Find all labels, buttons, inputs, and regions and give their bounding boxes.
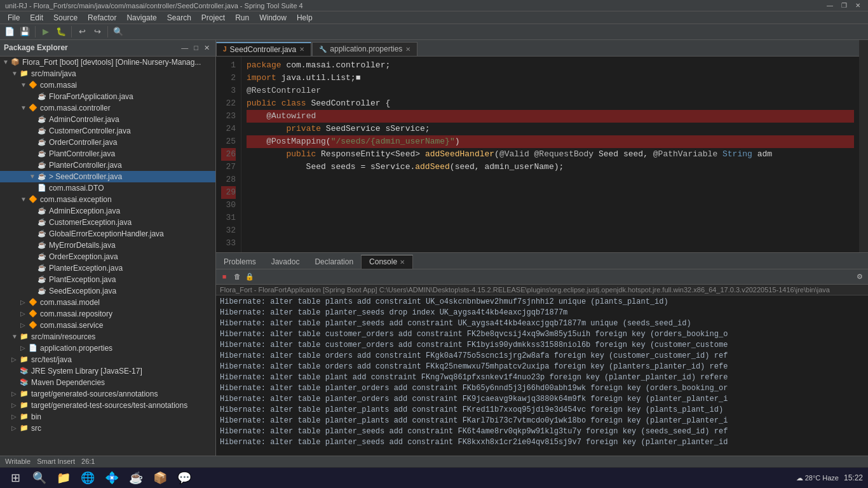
tree-arrow[interactable]: ▷ — [20, 322, 28, 329]
console-settings-btn[interactable]: ⚙ — [854, 271, 865, 282]
tree-item[interactable]: ▷📄application.properties — [0, 342, 215, 354]
tree-item[interactable]: ▷📁target/generated-test-sources/test-ann… — [0, 400, 215, 411]
tree-arrow[interactable]: ▼ — [11, 333, 19, 340]
tree-item[interactable]: ▼🔶com.masai.controller — [0, 102, 215, 114]
console-clear-btn[interactable]: 🗑 — [231, 271, 243, 282]
bottom-tab-javadoc[interactable]: Javadoc — [264, 255, 308, 269]
menu-item-project[interactable]: Project — [196, 12, 230, 24]
menu-item-search[interactable]: Search — [162, 12, 196, 24]
line-number: 1 — [221, 59, 236, 72]
editor-tab-application-properties[interactable]: 🔧application.properties✕ — [312, 42, 417, 56]
vscode-taskbar-button[interactable]: 💠 — [102, 468, 122, 488]
editor-scrollbar[interactable] — [859, 40, 868, 252]
start-button[interactable]: ⊞ — [5, 468, 25, 488]
tree-item-label: com.masai.service — [40, 321, 103, 330]
tree-item[interactable]: 📚JRE System Library [JavaSE-17] — [0, 365, 215, 377]
toolbar-debug[interactable]: 🐛 — [54, 25, 68, 39]
tree-item[interactable]: ▷🔶com.masai.service — [0, 320, 215, 331]
menu-item-refactor[interactable]: Refactor — [83, 12, 121, 24]
menu-item-run[interactable]: Run — [230, 12, 254, 24]
tree-item[interactable]: ▷📁bin — [0, 411, 215, 423]
tree-item[interactable]: ▷📁src — [0, 423, 215, 434]
line-number: 31 — [221, 212, 236, 224]
toolbar-redo[interactable]: ↪ — [90, 25, 104, 39]
tree-item[interactable]: ▷🔶com.masai.repository — [0, 308, 215, 320]
tree-item[interactable]: ▼☕> SeedController.java — [0, 171, 215, 182]
tree-arrow[interactable]: ▷ — [20, 344, 28, 351]
menu-item-navigate[interactable]: Navigate — [121, 12, 161, 24]
code-content[interactable]: package com.masai.controller;import java… — [241, 57, 859, 252]
menu-item-source[interactable]: Source — [48, 12, 83, 24]
tree-item[interactable]: ▼📁src/main/java — [0, 68, 215, 79]
tree-item[interactable]: ☕MyErrorDetails.java — [0, 240, 215, 251]
tree-item[interactable]: ▼🔶com.masai.exception — [0, 194, 215, 205]
tree-arrow[interactable]: ▷ — [11, 424, 19, 431]
tree-arrow[interactable]: ▼ — [3, 58, 10, 65]
tree-item[interactable]: ☕CustomerException.java — [0, 217, 215, 228]
tree-item[interactable]: 📄com.masai.DTO — [0, 182, 215, 194]
panel-minimize-btn[interactable]: — — [179, 43, 190, 53]
tree-arrow[interactable]: ▷ — [20, 310, 28, 317]
menu-item-help[interactable]: Help — [292, 12, 318, 24]
tree-item[interactable]: ☕PlanterController.java — [0, 159, 215, 171]
git-taskbar-button[interactable]: 📦 — [150, 468, 170, 488]
toolbar-new[interactable]: 📄 — [3, 25, 17, 39]
tree-item[interactable]: ☕PlantController.java — [0, 148, 215, 159]
panel-close-btn[interactable]: ✕ — [202, 43, 212, 53]
tree-item[interactable]: ▼🔶com.masai — [0, 79, 215, 91]
tree-item[interactable]: 📚Maven Dependencies — [0, 377, 215, 388]
menu-item-file[interactable]: File — [3, 12, 25, 24]
close-button[interactable]: ✕ — [853, 1, 863, 11]
tree-arrow[interactable]: ▼ — [11, 70, 19, 77]
tree-item[interactable]: ☕CustomerController.java — [0, 125, 215, 137]
file-explorer-taskbar-button[interactable]: 📁 — [53, 468, 74, 488]
maximize-button[interactable]: ❐ — [839, 1, 849, 11]
console-terminate-btn[interactable]: ■ — [219, 271, 230, 282]
browser-taskbar-button[interactable]: 🌐 — [78, 468, 98, 488]
bottom-tab-close-btn[interactable]: ✕ — [400, 259, 405, 266]
console-scroll-lock-btn[interactable]: 🔒 — [244, 271, 255, 282]
tree-arrow[interactable]: ▷ — [20, 299, 28, 306]
tree-item-label: target/generated-test-sources/test-annot… — [31, 401, 187, 410]
tree-arrow[interactable]: ▼ — [20, 81, 28, 88]
toolbar-run[interactable]: ▶ — [39, 25, 53, 39]
tree-item[interactable]: ☕SeedException.java — [0, 285, 215, 297]
tree-item[interactable]: ☕GlobalErrorExceptionHandler.java — [0, 228, 215, 240]
toolbar-search[interactable]: 🔍 — [111, 25, 125, 39]
tree-item[interactable]: ☕AdminException.java — [0, 205, 215, 217]
bottom-tab-console[interactable]: Console ✕ — [361, 255, 413, 269]
toolbar-undo[interactable]: ↩ — [75, 25, 89, 39]
bottom-tab-declaration[interactable]: Declaration — [307, 255, 361, 269]
java-taskbar-button[interactable]: ☕ — [126, 468, 146, 488]
tree-item[interactable]: ☕PlantException.java — [0, 274, 215, 285]
minimize-button[interactable]: — — [825, 1, 835, 11]
tree-arrow[interactable]: ▼ — [29, 173, 37, 180]
tree-item[interactable]: ☕OrderException.java — [0, 251, 215, 262]
tree-item[interactable]: ▷📁target/generated-sources/annotations — [0, 388, 215, 400]
tree-arrow[interactable]: ▷ — [11, 402, 19, 409]
tree-item[interactable]: ▷📁src/test/java — [0, 354, 215, 365]
tab-close-btn[interactable]: ✕ — [299, 46, 304, 53]
tree-arrow[interactable]: ▷ — [11, 356, 19, 363]
search-taskbar-button[interactable]: 🔍 — [29, 468, 50, 488]
tree-item[interactable]: ▷🔶com.masai.model — [0, 297, 215, 308]
tree-arrow[interactable]: ▷ — [11, 390, 19, 397]
tree-arrow[interactable]: ▷ — [11, 413, 19, 420]
tree-item[interactable]: ☕OrderController.java — [0, 137, 215, 148]
toolbar-save[interactable]: 💾 — [18, 25, 32, 39]
tree-item[interactable]: ☕AdminController.java — [0, 114, 215, 125]
menu-item-edit[interactable]: Edit — [25, 12, 48, 24]
editor-tab-SeedController-java[interactable]: JSeedController.java✕ — [216, 42, 311, 56]
tree-item[interactable]: ☕FloraFortApplication.java — [0, 91, 215, 102]
menu-item-window[interactable]: Window — [254, 12, 292, 24]
code-editor[interactable]: 123222324252627282930313233 package com.… — [216, 57, 859, 252]
tab-close-btn[interactable]: ✕ — [405, 46, 410, 53]
tree-item[interactable]: ▼📁src/main/resources — [0, 331, 215, 342]
bottom-tab-problems[interactable]: Problems — [216, 255, 264, 269]
tree-arrow[interactable]: ▼ — [20, 196, 28, 203]
panel-maximize-btn[interactable]: □ — [192, 43, 200, 53]
whatsapp-taskbar-button[interactable]: 💬 — [174, 468, 194, 488]
tree-arrow[interactable]: ▼ — [20, 104, 28, 111]
tree-item[interactable]: ☕PlanterException.java — [0, 262, 215, 274]
tree-item[interactable]: ▼📦Flora_Fort [boot] [devtools] [Online-N… — [0, 57, 215, 68]
